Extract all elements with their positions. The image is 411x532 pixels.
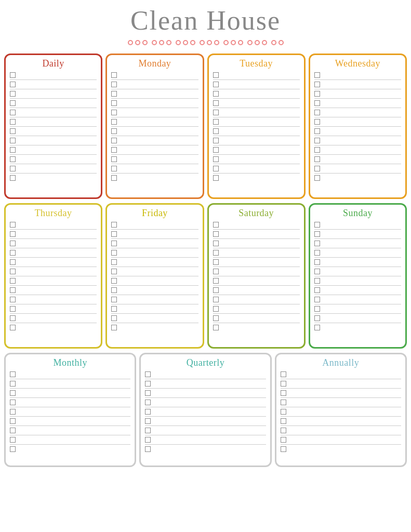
- checkbox[interactable]: [314, 119, 320, 125]
- checkbox[interactable]: [111, 297, 117, 302]
- checkbox[interactable]: [10, 315, 16, 321]
- checkbox[interactable]: [111, 222, 117, 228]
- checkbox[interactable]: [10, 409, 16, 415]
- checkbox[interactable]: [213, 138, 219, 143]
- checkbox[interactable]: [281, 381, 286, 387]
- checkbox[interactable]: [111, 100, 117, 106]
- checkbox[interactable]: [314, 231, 320, 237]
- checkbox[interactable]: [10, 241, 16, 246]
- checkbox[interactable]: [10, 297, 16, 302]
- checkbox[interactable]: [10, 222, 16, 228]
- checkbox[interactable]: [10, 381, 16, 387]
- checkbox[interactable]: [314, 128, 320, 134]
- checkbox[interactable]: [10, 287, 16, 293]
- checkbox[interactable]: [111, 156, 117, 162]
- checkbox[interactable]: [10, 128, 16, 134]
- checkbox[interactable]: [10, 428, 16, 433]
- checkbox[interactable]: [145, 371, 151, 377]
- checkbox[interactable]: [111, 166, 117, 171]
- checkbox[interactable]: [213, 166, 219, 171]
- checkbox[interactable]: [213, 325, 219, 330]
- checkbox[interactable]: [213, 222, 219, 228]
- checkbox[interactable]: [10, 91, 16, 97]
- checkbox[interactable]: [213, 100, 219, 106]
- checkbox[interactable]: [10, 390, 16, 396]
- checkbox[interactable]: [314, 91, 320, 97]
- checkbox[interactable]: [314, 306, 320, 312]
- checkbox[interactable]: [314, 138, 320, 143]
- checkbox[interactable]: [281, 437, 286, 443]
- checkbox[interactable]: [213, 128, 219, 134]
- checkbox[interactable]: [111, 128, 117, 134]
- checkbox[interactable]: [213, 156, 219, 162]
- checkbox[interactable]: [10, 147, 16, 153]
- checkbox[interactable]: [314, 166, 320, 171]
- checkbox[interactable]: [213, 315, 219, 321]
- checkbox[interactable]: [111, 138, 117, 143]
- checkbox[interactable]: [213, 278, 219, 284]
- checkbox[interactable]: [213, 287, 219, 293]
- checkbox[interactable]: [213, 297, 219, 302]
- checkbox[interactable]: [111, 325, 117, 330]
- checkbox[interactable]: [314, 222, 320, 228]
- checkbox[interactable]: [10, 100, 16, 106]
- checkbox[interactable]: [10, 119, 16, 125]
- checkbox[interactable]: [10, 156, 16, 162]
- checkbox[interactable]: [10, 400, 16, 405]
- checkbox[interactable]: [213, 147, 219, 153]
- checkbox[interactable]: [314, 325, 320, 330]
- checkbox[interactable]: [111, 241, 117, 246]
- checkbox[interactable]: [314, 241, 320, 246]
- checkbox[interactable]: [10, 72, 16, 78]
- checkbox[interactable]: [10, 259, 16, 265]
- checkbox[interactable]: [314, 100, 320, 106]
- checkbox[interactable]: [314, 278, 320, 284]
- checkbox[interactable]: [111, 175, 117, 181]
- checkbox[interactable]: [281, 400, 286, 405]
- checkbox[interactable]: [10, 437, 16, 443]
- checkbox[interactable]: [10, 250, 16, 256]
- checkbox[interactable]: [314, 250, 320, 256]
- checkbox[interactable]: [111, 72, 117, 78]
- checkbox[interactable]: [281, 371, 286, 377]
- checkbox[interactable]: [145, 381, 151, 387]
- checkbox[interactable]: [314, 72, 320, 78]
- checkbox[interactable]: [314, 259, 320, 265]
- checkbox[interactable]: [145, 437, 151, 443]
- checkbox[interactable]: [314, 287, 320, 293]
- checkbox[interactable]: [314, 175, 320, 181]
- checkbox[interactable]: [111, 278, 117, 284]
- checkbox[interactable]: [111, 287, 117, 293]
- checkbox[interactable]: [213, 306, 219, 312]
- checkbox[interactable]: [213, 231, 219, 237]
- checkbox[interactable]: [111, 119, 117, 125]
- checkbox[interactable]: [145, 418, 151, 424]
- checkbox[interactable]: [111, 82, 117, 87]
- checkbox[interactable]: [213, 241, 219, 246]
- checkbox[interactable]: [314, 110, 320, 115]
- checkbox[interactable]: [281, 409, 286, 415]
- checkbox[interactable]: [10, 278, 16, 284]
- checkbox[interactable]: [213, 250, 219, 256]
- checkbox[interactable]: [10, 418, 16, 424]
- checkbox[interactable]: [145, 400, 151, 405]
- checkbox[interactable]: [314, 147, 320, 153]
- checkbox[interactable]: [111, 259, 117, 265]
- checkbox[interactable]: [111, 269, 117, 274]
- checkbox[interactable]: [111, 91, 117, 97]
- checkbox[interactable]: [10, 166, 16, 171]
- checkbox[interactable]: [314, 156, 320, 162]
- checkbox[interactable]: [10, 175, 16, 181]
- checkbox[interactable]: [10, 446, 16, 452]
- checkbox[interactable]: [111, 147, 117, 153]
- checkbox[interactable]: [10, 306, 16, 312]
- checkbox[interactable]: [281, 418, 286, 424]
- checkbox[interactable]: [10, 110, 16, 115]
- checkbox[interactable]: [111, 110, 117, 115]
- checkbox[interactable]: [314, 269, 320, 274]
- checkbox[interactable]: [10, 325, 16, 330]
- checkbox[interactable]: [145, 409, 151, 415]
- checkbox[interactable]: [145, 446, 151, 452]
- checkbox[interactable]: [213, 91, 219, 97]
- checkbox[interactable]: [10, 269, 16, 274]
